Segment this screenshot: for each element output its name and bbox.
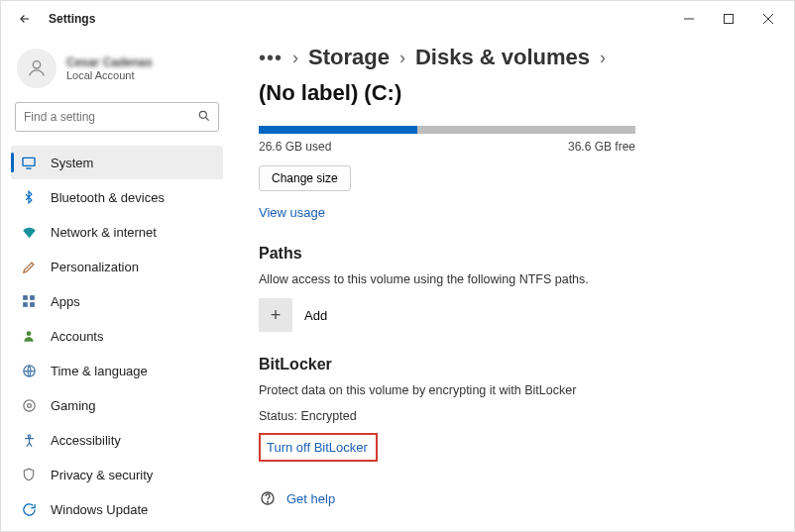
- user-info: Cesar Cadenas Local Account: [66, 55, 153, 81]
- nav-item-accounts[interactable]: Accounts: [11, 319, 223, 353]
- apps-icon: [21, 293, 37, 309]
- svg-rect-12: [30, 302, 35, 307]
- get-help-row[interactable]: Get help: [259, 489, 754, 507]
- sidebar: Cesar Cadenas Local Account System Bluet…: [1, 37, 231, 532]
- svg-rect-11: [23, 302, 28, 307]
- nav-item-label: Windows Update: [51, 502, 148, 517]
- nav-item-accessibility[interactable]: Accessibility: [11, 423, 223, 457]
- plus-icon: +: [271, 305, 282, 326]
- paths-description: Allow access to this volume using the fo…: [259, 272, 754, 286]
- gaming-icon: [21, 397, 37, 413]
- storage-used-label: 26.6 GB used: [259, 140, 331, 154]
- minimize-button[interactable]: [669, 5, 709, 33]
- nav-item-label: System: [51, 156, 93, 170]
- main-content: ••• › Storage › Disks & volumes › (No la…: [231, 37, 794, 532]
- storage-labels: 26.6 GB used 36.6 GB free: [259, 140, 635, 154]
- paths-section-title: Paths: [259, 245, 754, 263]
- maximize-button[interactable]: [709, 5, 748, 33]
- breadcrumb-storage[interactable]: Storage: [308, 45, 390, 70]
- nav-item-apps[interactable]: Apps: [11, 284, 223, 318]
- breadcrumb: ••• › Storage › Disks & volumes › (No la…: [259, 45, 754, 106]
- chevron-right-icon: ›: [399, 48, 405, 68]
- nav-item-bluetooth[interactable]: Bluetooth & devices: [11, 180, 223, 214]
- window-body: Cesar Cadenas Local Account System Bluet…: [1, 37, 794, 532]
- nav-item-label: Bluetooth & devices: [51, 190, 165, 205]
- svg-point-17: [28, 434, 31, 437]
- get-help-link[interactable]: Get help: [286, 491, 335, 506]
- nav-item-label: Apps: [51, 294, 80, 309]
- user-name: Cesar Cadenas: [66, 55, 153, 69]
- nav: System Bluetooth & devices Network & int…: [11, 146, 223, 526]
- nav-item-system[interactable]: System: [11, 146, 223, 179]
- svg-rect-7: [23, 158, 35, 165]
- storage-usage-bar: [259, 126, 635, 134]
- settings-window: Settings Cesar Cadenas Local Account: [0, 0, 795, 532]
- privacy-icon: [21, 467, 37, 482]
- nav-item-label: Network & internet: [51, 225, 157, 240]
- personalization-icon: [21, 259, 37, 274]
- storage-used-fill: [259, 126, 417, 134]
- nav-item-gaming[interactable]: Gaming: [11, 388, 223, 422]
- accessibility-icon: [21, 432, 37, 448]
- bitlocker-status: Status: Encrypted: [259, 409, 754, 423]
- search-container: [15, 102, 219, 132]
- nav-item-label: Accounts: [51, 329, 103, 344]
- nav-item-time-language[interactable]: Time & language: [11, 354, 223, 387]
- avatar: [17, 49, 57, 88]
- add-path-button[interactable]: +: [259, 298, 292, 332]
- svg-rect-10: [30, 295, 35, 300]
- bitlocker-description: Protect data on this volume by encryptin…: [259, 383, 754, 397]
- titlebar: Settings: [1, 1, 794, 37]
- add-path-label: Add: [304, 308, 327, 323]
- help-icon: [259, 489, 277, 507]
- nav-item-windows-update[interactable]: Windows Update: [11, 492, 223, 526]
- svg-point-15: [23, 399, 34, 410]
- change-size-button[interactable]: Change size: [259, 165, 351, 191]
- user-account-row[interactable]: Cesar Cadenas Local Account: [11, 45, 223, 102]
- breadcrumb-more[interactable]: •••: [259, 47, 283, 69]
- bluetooth-icon: [21, 189, 37, 205]
- svg-point-19: [268, 501, 269, 502]
- bitlocker-section-title: BitLocker: [259, 356, 754, 373]
- nav-item-label: Accessibility: [51, 433, 121, 448]
- turn-off-bitlocker-link[interactable]: Turn off BitLocker: [267, 440, 368, 455]
- nav-item-label: Privacy & security: [51, 468, 153, 482]
- system-icon: [21, 155, 37, 170]
- nav-item-privacy[interactable]: Privacy & security: [11, 458, 223, 491]
- breadcrumb-disks-volumes[interactable]: Disks & volumes: [415, 45, 590, 70]
- svg-point-13: [27, 331, 32, 336]
- svg-point-16: [27, 403, 31, 407]
- add-path-row: + Add: [259, 298, 754, 332]
- nav-item-label: Gaming: [51, 398, 96, 413]
- time-language-icon: [21, 363, 37, 378]
- back-button[interactable]: [13, 7, 37, 31]
- window-controls: [669, 5, 788, 33]
- storage-free-label: 36.6 GB free: [568, 140, 635, 154]
- view-usage-link[interactable]: View usage: [259, 205, 325, 220]
- svg-point-4: [33, 61, 40, 68]
- windows-update-icon: [21, 501, 37, 517]
- breadcrumb-current: (No label) (C:): [259, 80, 401, 106]
- chevron-right-icon: ›: [292, 48, 298, 68]
- svg-rect-1: [725, 15, 734, 24]
- nav-item-label: Time & language: [51, 364, 148, 378]
- close-button[interactable]: [748, 5, 788, 33]
- window-title: Settings: [49, 12, 95, 26]
- user-subtitle: Local Account: [66, 69, 153, 81]
- nav-item-network[interactable]: Network & internet: [11, 215, 223, 249]
- network-icon: [21, 224, 37, 240]
- annotation-highlight: Turn off BitLocker: [259, 433, 378, 462]
- search-input[interactable]: [15, 102, 219, 132]
- nav-item-personalization[interactable]: Personalization: [11, 250, 223, 283]
- svg-rect-9: [23, 295, 28, 300]
- nav-item-label: Personalization: [51, 260, 139, 274]
- chevron-right-icon: ›: [600, 48, 606, 68]
- accounts-icon: [21, 328, 37, 344]
